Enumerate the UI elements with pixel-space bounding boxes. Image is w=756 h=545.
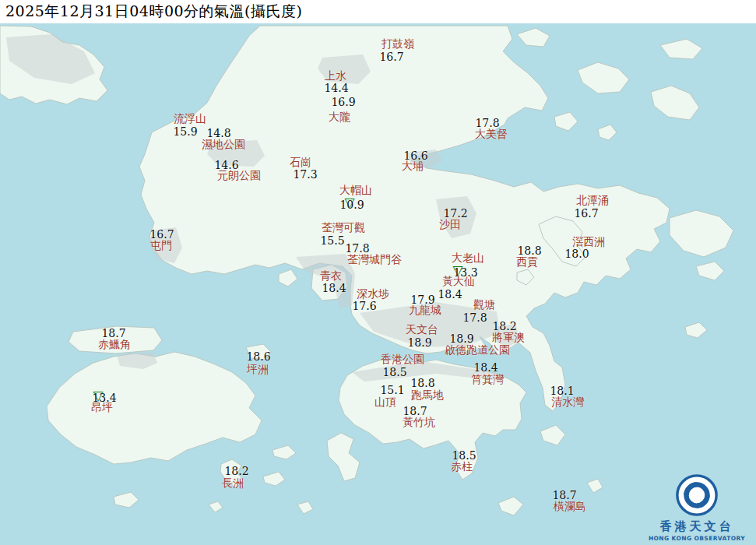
station-name: 觀塘 (473, 298, 495, 312)
station-temp: 15.5 (320, 234, 344, 247)
title-bar: 2025年12月31日04時00分的氣溫(攝氏度) (0, 0, 756, 23)
station-name: 山頂 (374, 396, 396, 410)
station-name: 九龍城 (409, 304, 441, 318)
station-temp: 18.2 (224, 465, 248, 477)
station-name: 石崗 (290, 156, 311, 170)
station-name: 黃竹坑 (403, 416, 435, 430)
station-name: 啟德跑道公園 (445, 343, 510, 357)
station-name: 青衣 (320, 269, 342, 283)
hko-logo: 香港天文台 HONG KONG OBSERVATORY (642, 473, 751, 542)
station-temp: 10.9 (339, 199, 364, 211)
station-name: 赤柱 (451, 460, 473, 474)
stations-layer: 16.7打鼓嶺14.4上水16.9大隴15.9流浮山14.8濕地公園17.8大美… (0, 0, 756, 545)
station-temp: 18.4 (322, 282, 346, 294)
station-name: 打鼓嶺 (382, 37, 414, 51)
hko-logo-icon (674, 473, 719, 518)
station-temp: 18.0 (564, 248, 589, 260)
station-temp: 17.8 (462, 311, 487, 324)
station-name: 荃灣可觀 (322, 221, 365, 235)
station-name: 香港公園 (381, 353, 424, 367)
station-name: 沙田 (439, 218, 461, 232)
station-name: 滘西洲 (572, 235, 605, 249)
station-name: 西貢 (516, 255, 538, 269)
station-name: 大埔 (402, 160, 424, 174)
station-temp: 17.6 (352, 300, 376, 312)
station-temp: 15.9 (173, 125, 197, 138)
station-temp: 16.7 (379, 51, 403, 63)
station-name: 荃灣城門谷 (347, 253, 402, 267)
logo-name-zh: 香港天文台 (642, 519, 751, 534)
station-name: 上水 (325, 69, 346, 83)
station-temp: 18.6 (246, 350, 270, 363)
station-temp: 18.9 (407, 336, 431, 349)
station-name: 流浮山 (174, 112, 206, 126)
station-name: 深水埗 (357, 287, 389, 301)
station-name: 長洲 (222, 476, 244, 490)
station-name: 屯門 (150, 239, 172, 253)
station-name: 筲箕灣 (471, 373, 504, 387)
station-name: 清水灣 (551, 396, 584, 410)
station-name: 橫瀾島 (554, 500, 586, 514)
logo-name-en: HONG KONG OBSERVATORY (642, 535, 751, 542)
station-temp: 18.5 (382, 366, 406, 378)
station-name: 昂坪 (91, 401, 113, 415)
station-temp: 18.4 (473, 361, 498, 374)
station-temp: 16.7 (574, 207, 598, 220)
station-name: 元朗公園 (217, 169, 261, 183)
station-name: 濕地公園 (202, 138, 245, 152)
station-name: 大老山 (452, 251, 484, 265)
station-name: 赤鱲角 (98, 338, 131, 352)
station-name: 天文台 (406, 323, 438, 337)
station-temp: 18.4 (438, 288, 462, 301)
station-name: 大帽山 (339, 184, 372, 198)
station-temp: 18.8 (410, 377, 434, 389)
temperature-map-screen: 2025年12月31日04時00分的氣溫(攝氏度) 16.7打鼓嶺14.4上水1… (0, 0, 756, 545)
station-temp: 14.4 (324, 82, 348, 94)
station-temp: 17.3 (293, 168, 317, 181)
station-name: 大隴 (329, 111, 350, 125)
station-name: 北潭涌 (576, 194, 609, 208)
station-name: 大美督 (475, 128, 508, 142)
station-temp: 16.9 (331, 96, 355, 108)
station-temp: 15.1 (380, 384, 404, 396)
station-name: 跑馬地 (411, 389, 444, 403)
map-title: 2025年12月31日04時00分的氣溫(攝氏度) (5, 2, 302, 22)
station-name: 坪洲 (247, 363, 269, 377)
station-name: 黃大仙 (442, 275, 475, 289)
